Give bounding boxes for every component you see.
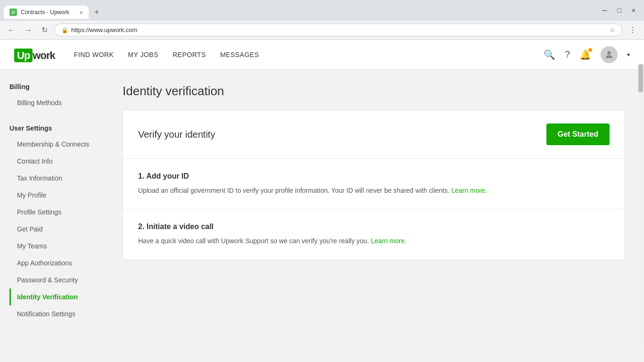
step2-desc: Have a quick video call with Upwork Supp… xyxy=(138,236,610,246)
step1-section: 1. Add your ID Upload an official govern… xyxy=(123,159,625,209)
sidebar-item-membership[interactable]: Membership & Connects xyxy=(0,136,104,153)
content-card: Verify your identity Get Started 1. Add … xyxy=(123,110,625,260)
notifications-icon[interactable]: 🔔 xyxy=(579,49,591,60)
main-content: Identity verification Verify your identi… xyxy=(104,70,644,362)
window-controls: ─ □ × xyxy=(597,5,640,16)
minimize-btn[interactable]: ─ xyxy=(597,5,611,16)
sidebar-item-contact[interactable]: Contact Info xyxy=(0,153,104,170)
extensions-btn[interactable]: ⋮ xyxy=(626,24,639,36)
nav-find-work[interactable]: FIND WORK xyxy=(74,51,114,58)
scrollbar-track[interactable] xyxy=(637,64,644,343)
help-icon[interactable]: ? xyxy=(565,49,570,60)
nav-reports[interactable]: REPORTS xyxy=(173,51,206,58)
tab-close-btn[interactable]: × xyxy=(79,9,83,16)
page-title: Identity verification xyxy=(123,84,625,99)
avatar[interactable] xyxy=(601,46,618,63)
user-settings-section: User Settings Membership & Connects Cont… xyxy=(0,121,104,322)
close-btn[interactable]: × xyxy=(627,5,640,16)
logo-icon: Up xyxy=(14,49,33,62)
sidebar-item-get-paid[interactable]: Get Paid xyxy=(0,221,104,238)
step1-title: 1. Add your ID xyxy=(138,172,610,181)
nav-icons: 🔍 ? 🔔 ▾ xyxy=(544,46,630,63)
browser-toolbar: ← → ↻ 🔒 https://www.upwork.com ☆ ⋮ xyxy=(0,21,644,40)
sidebar-item-password[interactable]: Password & Security xyxy=(0,272,104,288)
sidebar-item-my-teams[interactable]: My Teams xyxy=(0,238,104,255)
sidebar-item-identity[interactable]: Identity Verification xyxy=(0,288,104,305)
tab-title: Contracts - Upwork xyxy=(21,9,75,16)
avatar-dropdown-arrow[interactable]: ▾ xyxy=(627,51,630,58)
card-header: Verify your identity Get Started xyxy=(123,110,625,159)
forward-btn[interactable]: → xyxy=(22,24,35,36)
maximize-btn[interactable]: □ xyxy=(612,5,626,16)
card-header-title: Verify your identity xyxy=(138,129,215,140)
bookmark-icon[interactable]: ☆ xyxy=(610,26,615,33)
tab-favicon: U xyxy=(9,8,17,16)
search-icon[interactable]: 🔍 xyxy=(544,49,555,60)
sidebar-item-notifications[interactable]: Notification Settings xyxy=(0,305,104,322)
billing-section: Billing Billing Methods xyxy=(0,79,104,111)
back-btn[interactable]: ← xyxy=(5,24,18,36)
lock-icon: 🔒 xyxy=(61,27,68,33)
nav-links: FIND WORK MY JOBS REPORTS MESSAGES xyxy=(74,51,259,58)
address-bar[interactable]: 🔒 https://www.upwork.com ☆ xyxy=(54,24,622,36)
sidebar: Billing Billing Methods User Settings Me… xyxy=(0,70,104,362)
nav-messages[interactable]: MESSAGES xyxy=(220,51,259,58)
notification-dot xyxy=(588,48,592,52)
get-started-button[interactable]: Get Started xyxy=(546,123,610,145)
browser-chrome: U Contracts - Upwork × + ─ □ × ← → ↻ 🔒 h… xyxy=(0,0,644,40)
step2-section: 2. Initiate a video call Have a quick vi… xyxy=(123,209,625,259)
sidebar-item-tax[interactable]: Tax Information xyxy=(0,170,104,187)
browser-tab[interactable]: U Contracts - Upwork × xyxy=(4,6,89,19)
step1-desc: Upload an official government ID to veri… xyxy=(138,185,610,196)
page-container: Billing Billing Methods User Settings Me… xyxy=(0,70,644,362)
sidebar-item-billing-methods[interactable]: Billing Methods xyxy=(0,94,104,111)
url-text: https://www.upwork.com xyxy=(71,26,607,33)
scrollbar-thumb[interactable] xyxy=(638,64,643,92)
step2-title: 2. Initiate a video call xyxy=(138,222,610,231)
upwork-logo[interactable]: Upwork xyxy=(14,47,55,62)
sidebar-item-app-auth[interactable]: App Authorizations xyxy=(0,255,104,272)
reload-btn[interactable]: ↻ xyxy=(39,24,50,36)
nav-my-jobs[interactable]: MY JOBS xyxy=(128,51,158,58)
new-tab-btn[interactable]: + xyxy=(89,5,105,20)
user-settings-section-title: User Settings xyxy=(0,121,104,136)
top-nav: Upwork FIND WORK MY JOBS REPORTS MESSAGE… xyxy=(0,40,644,70)
step1-learn-more-link[interactable]: Learn more. xyxy=(451,187,487,194)
billing-section-title: Billing xyxy=(0,79,104,94)
svg-point-0 xyxy=(607,51,611,54)
step2-learn-more-link[interactable]: Learn more. xyxy=(371,237,406,245)
sidebar-item-my-profile[interactable]: My Profile xyxy=(0,187,104,204)
sidebar-item-profile-settings[interactable]: Profile Settings xyxy=(0,204,104,221)
